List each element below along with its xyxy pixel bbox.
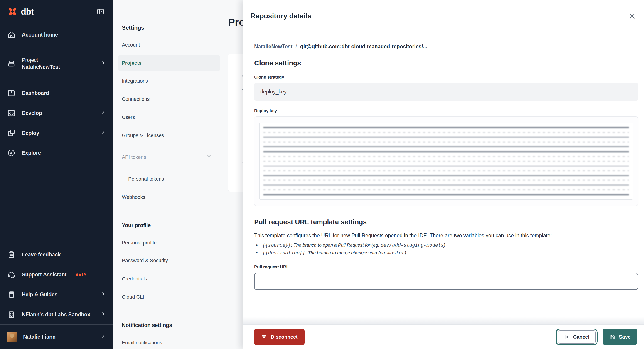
paren: ) [444, 242, 445, 248]
pr-template-description: This template configures the URL for new… [254, 232, 638, 239]
settings-item-integrations[interactable]: Integrations [122, 76, 148, 86]
drawer-footer: Disconnect Cancel Save [243, 324, 644, 349]
notification-settings-heading: Notification settings [122, 320, 172, 330]
redacted-key-line [263, 180, 629, 181]
project-label: Project [22, 57, 60, 64]
sidebar-item-label: Develop [22, 110, 42, 116]
your-profile-heading: Your profile [122, 220, 151, 230]
redacted-key-line [263, 142, 629, 142]
list-item: {{source}}: The branch to open a Pull Re… [254, 242, 638, 249]
app-sidebar: dbt Account home Project [0, 0, 112, 349]
settings-title: Settings [122, 24, 144, 31]
sidebar-item-label: Deploy [22, 130, 39, 136]
pr-url-label: Pull request URL [254, 264, 638, 270]
sidebar-item-project[interactable]: Project NatalieNewTest [0, 46, 112, 80]
chevron-right-icon [101, 110, 106, 116]
redacted-key-line [263, 166, 629, 166]
close-icon [564, 334, 569, 340]
settings-item-projects[interactable]: Projects [122, 58, 142, 68]
deploy-key-label: Deploy key [254, 108, 638, 113]
colon: : [291, 242, 294, 248]
settings-item-password-security[interactable]: Password & Security [122, 256, 168, 266]
settings-item-connections[interactable]: Connections [122, 94, 150, 104]
settings-item-webhooks[interactable]: Webhooks [122, 192, 146, 202]
paren: ) [404, 250, 406, 255]
colon: : [306, 250, 308, 255]
sidebar-item-deploy[interactable]: Deploy [0, 123, 112, 143]
settings-item-cloud-cli[interactable]: Cloud CLI [122, 292, 144, 302]
sidebar-user-menu[interactable]: Natalie Fiann [0, 325, 112, 349]
variable-code: {{destination}} [262, 250, 306, 256]
sidebar-item-label: Help & Guides [22, 292, 58, 298]
sidebar-item-label: NFiann's dbt Labs Sandbox [22, 312, 90, 318]
sidebar-item-label: Leave feedback [22, 252, 60, 258]
sidebar-item-label: Explore [22, 150, 41, 156]
develop-icon [7, 108, 16, 118]
clone-settings-heading: Clone settings [254, 59, 638, 67]
drawer-title: Repository details [250, 12, 312, 20]
clone-strategy-label: Clone strategy [254, 75, 638, 80]
settings-item-api-tokens[interactable]: API tokens [122, 152, 212, 162]
sidebar-item-dashboard[interactable]: Dashboard [0, 83, 112, 103]
chevron-right-icon [101, 334, 106, 340]
sidebar-item-support-assistant[interactable]: Support Assistant BETA [0, 264, 112, 284]
settings-item-groups-licenses[interactable]: Groups & Licenses [122, 130, 164, 140]
repository-details-drawer: Repository details NatalieNewTest / git@… [243, 0, 644, 349]
sidebar-bottom-group: Leave feedback Support Assistant BETA [0, 244, 112, 349]
sidebar-item-develop[interactable]: Develop [0, 103, 112, 123]
avatar [7, 332, 17, 342]
settings-item-personal-tokens[interactable]: Personal tokens [128, 174, 164, 184]
redacted-key-line [263, 146, 629, 147]
breadcrumb-project[interactable]: NatalieNewTest [254, 44, 292, 50]
deploy-icon [7, 128, 16, 138]
close-drawer-button[interactable] [627, 11, 637, 21]
save-button[interactable]: Save [603, 328, 637, 345]
variable-code: {{source}} [262, 242, 291, 248]
redacted-key-line [263, 175, 629, 176]
settings-item-account[interactable]: Account [122, 40, 140, 50]
collapse-sidebar-icon [96, 8, 105, 16]
redacted-key-line [263, 127, 629, 128]
drawer-body: NatalieNewTest / git@github.com:dbt-clou… [243, 32, 644, 324]
drawer-header: Repository details [243, 0, 644, 32]
redacted-key-line [263, 151, 629, 152]
headset-icon [7, 270, 16, 279]
cancel-button[interactable]: Cancel [558, 330, 596, 344]
settings-item-personal-profile[interactable]: Personal profile [122, 238, 156, 248]
sidebar-item-label: Dashboard [22, 90, 49, 96]
breadcrumb-repo-url: git@github.com:dbt-cloud-managed-reposit… [300, 44, 427, 50]
redacted-key-line [263, 136, 629, 138]
pr-url-input[interactable] [254, 273, 638, 290]
brand-wordmark: dbt [21, 7, 34, 16]
api-tokens-label: API tokens [122, 152, 146, 162]
deploy-key-redacted-content [259, 122, 633, 200]
sidebar-item-leave-feedback[interactable]: Leave feedback [0, 244, 112, 264]
redacted-key-line [263, 156, 629, 157]
sidebar-item-account-home[interactable]: Account home [0, 23, 112, 46]
redacted-key-line [263, 161, 629, 162]
list-item: {{destination}}: The branch to merge cha… [254, 249, 638, 257]
sidebar-item-org-sandbox[interactable]: NFiann's dbt Labs Sandbox [0, 304, 112, 324]
sidebar-header: dbt [0, 0, 112, 23]
clipboard-icon [7, 250, 16, 259]
chevron-right-icon [101, 291, 106, 298]
pr-template-variables-list: {{source}}: The branch to open a Pull Re… [254, 242, 638, 257]
explore-compass-icon [7, 148, 16, 158]
sidebar-item-help-guides[interactable]: Help & Guides [0, 284, 112, 304]
settings-item-users[interactable]: Users [122, 112, 135, 122]
disconnect-button[interactable]: Disconnect [254, 328, 304, 345]
settings-item-email-notifications[interactable]: Email notifications [122, 338, 162, 348]
redacted-key-line [263, 184, 629, 186]
deploy-key-panel[interactable] [254, 116, 638, 206]
sidebar-item-explore[interactable]: Explore [0, 143, 112, 163]
variable-example: dev/add-staging-models [380, 242, 444, 248]
sidebar-item-label: Support Assistant [22, 272, 66, 278]
clone-strategy-field: deploy_key [254, 83, 638, 100]
cancel-label: Cancel [573, 334, 589, 340]
collapse-sidebar-button[interactable] [95, 7, 106, 16]
dbt-logo: dbt [7, 6, 34, 17]
settings-item-credentials[interactable]: Credentials [122, 274, 147, 284]
user-name: Natalie Fiann [23, 334, 56, 340]
save-label: Save [619, 334, 630, 340]
beta-badge: BETA [76, 272, 86, 277]
